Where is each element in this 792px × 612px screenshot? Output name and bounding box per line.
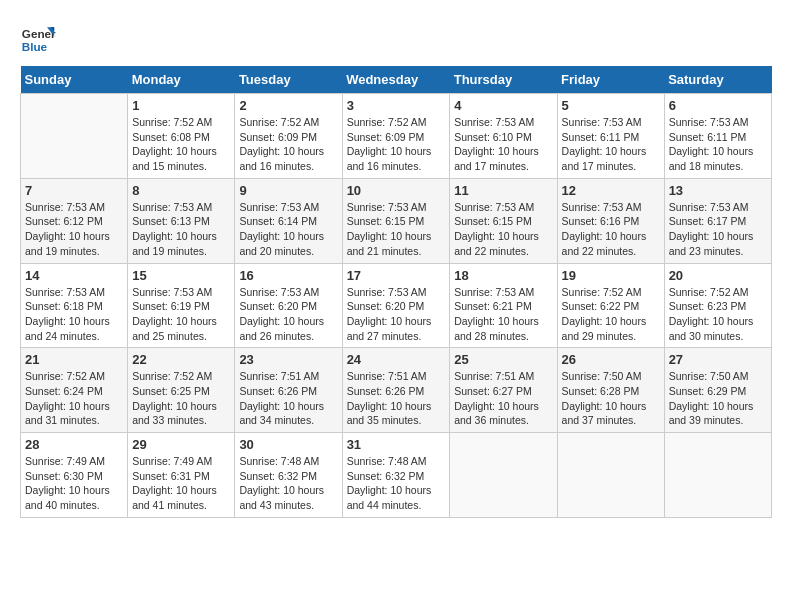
calendar-cell: 27Sunrise: 7:50 AM Sunset: 6:29 PM Dayli… [664,348,771,433]
logo-icon: General Blue [20,20,56,56]
calendar-cell: 1Sunrise: 7:52 AM Sunset: 6:08 PM Daylig… [128,94,235,179]
day-info: Sunrise: 7:53 AM Sunset: 6:19 PM Dayligh… [132,285,230,344]
day-info: Sunrise: 7:53 AM Sunset: 6:11 PM Dayligh… [562,115,660,174]
day-number: 10 [347,183,446,198]
day-info: Sunrise: 7:52 AM Sunset: 6:22 PM Dayligh… [562,285,660,344]
weekday-header: Thursday [450,66,557,94]
day-number: 25 [454,352,552,367]
day-info: Sunrise: 7:53 AM Sunset: 6:12 PM Dayligh… [25,200,123,259]
day-info: Sunrise: 7:51 AM Sunset: 6:26 PM Dayligh… [347,369,446,428]
calendar-cell: 19Sunrise: 7:52 AM Sunset: 6:22 PM Dayli… [557,263,664,348]
day-number: 9 [239,183,337,198]
day-info: Sunrise: 7:48 AM Sunset: 6:32 PM Dayligh… [347,454,446,513]
day-number: 26 [562,352,660,367]
day-number: 29 [132,437,230,452]
day-info: Sunrise: 7:51 AM Sunset: 6:27 PM Dayligh… [454,369,552,428]
day-number: 5 [562,98,660,113]
day-info: Sunrise: 7:53 AM Sunset: 6:16 PM Dayligh… [562,200,660,259]
day-number: 30 [239,437,337,452]
day-number: 11 [454,183,552,198]
calendar-week-row: 1Sunrise: 7:52 AM Sunset: 6:08 PM Daylig… [21,94,772,179]
calendar-cell: 4Sunrise: 7:53 AM Sunset: 6:10 PM Daylig… [450,94,557,179]
calendar-cell: 14Sunrise: 7:53 AM Sunset: 6:18 PM Dayli… [21,263,128,348]
day-number: 17 [347,268,446,283]
calendar-week-row: 28Sunrise: 7:49 AM Sunset: 6:30 PM Dayli… [21,433,772,518]
day-info: Sunrise: 7:53 AM Sunset: 6:15 PM Dayligh… [347,200,446,259]
day-number: 20 [669,268,767,283]
calendar-table: SundayMondayTuesdayWednesdayThursdayFrid… [20,66,772,518]
calendar-cell: 3Sunrise: 7:52 AM Sunset: 6:09 PM Daylig… [342,94,450,179]
day-info: Sunrise: 7:53 AM Sunset: 6:21 PM Dayligh… [454,285,552,344]
calendar-cell: 12Sunrise: 7:53 AM Sunset: 6:16 PM Dayli… [557,178,664,263]
calendar-week-row: 7Sunrise: 7:53 AM Sunset: 6:12 PM Daylig… [21,178,772,263]
day-number: 22 [132,352,230,367]
day-number: 21 [25,352,123,367]
day-number: 31 [347,437,446,452]
weekday-header: Monday [128,66,235,94]
calendar-cell: 29Sunrise: 7:49 AM Sunset: 6:31 PM Dayli… [128,433,235,518]
day-info: Sunrise: 7:52 AM Sunset: 6:23 PM Dayligh… [669,285,767,344]
weekday-header: Wednesday [342,66,450,94]
day-info: Sunrise: 7:52 AM Sunset: 6:25 PM Dayligh… [132,369,230,428]
day-info: Sunrise: 7:53 AM Sunset: 6:10 PM Dayligh… [454,115,552,174]
day-info: Sunrise: 7:53 AM Sunset: 6:11 PM Dayligh… [669,115,767,174]
day-number: 2 [239,98,337,113]
calendar-cell [450,433,557,518]
day-info: Sunrise: 7:49 AM Sunset: 6:30 PM Dayligh… [25,454,123,513]
logo: General Blue [20,20,60,56]
calendar-cell: 11Sunrise: 7:53 AM Sunset: 6:15 PM Dayli… [450,178,557,263]
day-number: 15 [132,268,230,283]
calendar-cell: 15Sunrise: 7:53 AM Sunset: 6:19 PM Dayli… [128,263,235,348]
calendar-cell: 17Sunrise: 7:53 AM Sunset: 6:20 PM Dayli… [342,263,450,348]
calendar-cell: 8Sunrise: 7:53 AM Sunset: 6:13 PM Daylig… [128,178,235,263]
weekday-header: Tuesday [235,66,342,94]
calendar-cell: 22Sunrise: 7:52 AM Sunset: 6:25 PM Dayli… [128,348,235,433]
calendar-cell: 21Sunrise: 7:52 AM Sunset: 6:24 PM Dayli… [21,348,128,433]
calendar-cell: 24Sunrise: 7:51 AM Sunset: 6:26 PM Dayli… [342,348,450,433]
day-number: 19 [562,268,660,283]
calendar-cell: 16Sunrise: 7:53 AM Sunset: 6:20 PM Dayli… [235,263,342,348]
calendar-week-row: 14Sunrise: 7:53 AM Sunset: 6:18 PM Dayli… [21,263,772,348]
day-number: 13 [669,183,767,198]
calendar-cell: 26Sunrise: 7:50 AM Sunset: 6:28 PM Dayli… [557,348,664,433]
day-number: 6 [669,98,767,113]
day-info: Sunrise: 7:53 AM Sunset: 6:17 PM Dayligh… [669,200,767,259]
calendar-cell [21,94,128,179]
header-row: SundayMondayTuesdayWednesdayThursdayFrid… [21,66,772,94]
day-number: 27 [669,352,767,367]
day-info: Sunrise: 7:49 AM Sunset: 6:31 PM Dayligh… [132,454,230,513]
day-number: 28 [25,437,123,452]
day-number: 18 [454,268,552,283]
weekday-header: Friday [557,66,664,94]
calendar-cell: 13Sunrise: 7:53 AM Sunset: 6:17 PM Dayli… [664,178,771,263]
calendar-cell: 6Sunrise: 7:53 AM Sunset: 6:11 PM Daylig… [664,94,771,179]
calendar-cell [664,433,771,518]
day-info: Sunrise: 7:52 AM Sunset: 6:08 PM Dayligh… [132,115,230,174]
day-number: 3 [347,98,446,113]
day-number: 12 [562,183,660,198]
day-info: Sunrise: 7:52 AM Sunset: 6:09 PM Dayligh… [347,115,446,174]
day-number: 4 [454,98,552,113]
calendar-cell: 23Sunrise: 7:51 AM Sunset: 6:26 PM Dayli… [235,348,342,433]
day-info: Sunrise: 7:53 AM Sunset: 6:14 PM Dayligh… [239,200,337,259]
day-number: 8 [132,183,230,198]
day-number: 24 [347,352,446,367]
calendar-cell: 9Sunrise: 7:53 AM Sunset: 6:14 PM Daylig… [235,178,342,263]
day-number: 16 [239,268,337,283]
day-number: 7 [25,183,123,198]
weekday-header: Sunday [21,66,128,94]
calendar-cell: 5Sunrise: 7:53 AM Sunset: 6:11 PM Daylig… [557,94,664,179]
day-info: Sunrise: 7:53 AM Sunset: 6:20 PM Dayligh… [347,285,446,344]
day-number: 1 [132,98,230,113]
calendar-cell: 18Sunrise: 7:53 AM Sunset: 6:21 PM Dayli… [450,263,557,348]
calendar-cell: 10Sunrise: 7:53 AM Sunset: 6:15 PM Dayli… [342,178,450,263]
calendar-cell: 20Sunrise: 7:52 AM Sunset: 6:23 PM Dayli… [664,263,771,348]
day-info: Sunrise: 7:52 AM Sunset: 6:24 PM Dayligh… [25,369,123,428]
day-number: 14 [25,268,123,283]
day-info: Sunrise: 7:50 AM Sunset: 6:28 PM Dayligh… [562,369,660,428]
calendar-cell: 2Sunrise: 7:52 AM Sunset: 6:09 PM Daylig… [235,94,342,179]
day-info: Sunrise: 7:52 AM Sunset: 6:09 PM Dayligh… [239,115,337,174]
calendar-week-row: 21Sunrise: 7:52 AM Sunset: 6:24 PM Dayli… [21,348,772,433]
calendar-cell [557,433,664,518]
day-info: Sunrise: 7:51 AM Sunset: 6:26 PM Dayligh… [239,369,337,428]
